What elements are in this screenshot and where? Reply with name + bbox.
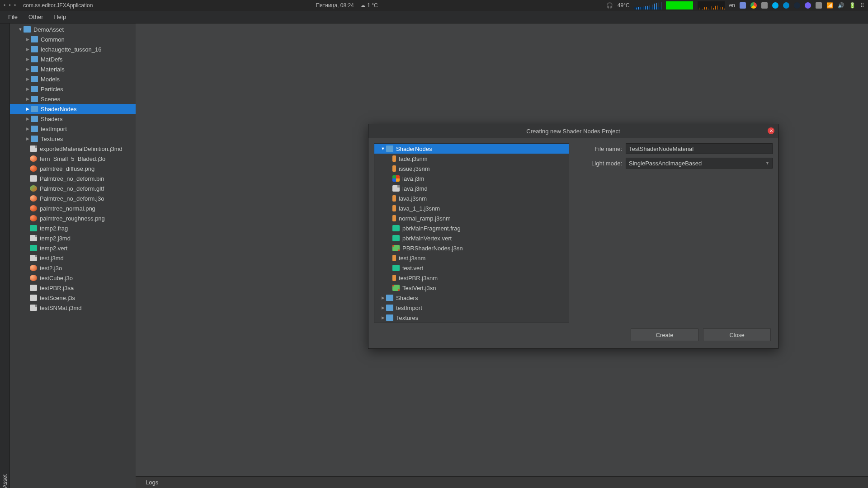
dlg-tree-root[interactable]: ▼ ShaderNodes	[374, 144, 569, 154]
dialog-titlebar[interactable]: Creating new Shader Nodes Project ✕	[368, 124, 778, 138]
tree-file[interactable]: palmtree_normal.png	[10, 203, 136, 213]
chevron-right-icon[interactable]: ▶	[25, 127, 30, 131]
dlg-tree-folder[interactable]: ▶Shaders	[374, 293, 569, 303]
cpu-graph-icon[interactable]	[634, 1, 661, 9]
viber-tray-icon[interactable]	[805, 2, 811, 9]
skype-tray-icon[interactable]	[772, 2, 778, 9]
tree-file[interactable]: Palmtree_no_deform.gltf	[10, 183, 136, 193]
close-button[interactable]: Close	[703, 328, 771, 341]
dlg-tree-file[interactable]: testPBR.j3snm	[374, 273, 569, 283]
tree-file[interactable]: temp2.vert	[10, 243, 136, 253]
volume-icon[interactable]: 🔊	[838, 2, 844, 9]
discord-tray-icon[interactable]	[740, 2, 746, 9]
tree-folder[interactable]: ▶Shaders	[10, 114, 136, 124]
tree-label: palmtree_normal.png	[40, 205, 95, 212]
temp-graph-icon[interactable]	[698, 1, 725, 9]
apps-grid-icon[interactable]: ⠿	[860, 2, 864, 9]
chevron-down-icon[interactable]: ▼	[18, 27, 23, 32]
dialog-close-button[interactable]: ✕	[768, 127, 774, 134]
dlg-tree-file[interactable]: test.vert	[374, 263, 569, 273]
headphones-icon[interactable]: 🎧	[606, 2, 613, 9]
dlg-tree-file[interactable]: lava.j3md	[374, 183, 569, 193]
folder-icon	[31, 126, 38, 132]
chevron-right-icon[interactable]: ▶	[381, 315, 385, 320]
tree-folder[interactable]: ▶Models	[10, 74, 136, 84]
tree-folder-shadernodes[interactable]: ▶ ShaderNodes	[10, 104, 136, 114]
steam-tray-icon[interactable]	[794, 2, 800, 9]
dlg-tree-file[interactable]: normal_ramp.j3snm	[374, 213, 569, 223]
tree-folder[interactable]: ▶MatDefs	[10, 54, 136, 64]
tree-folder[interactable]: ▶testImport	[10, 124, 136, 134]
chevron-right-icon[interactable]: ▶	[25, 37, 30, 42]
create-button[interactable]: Create	[631, 328, 698, 341]
chevron-right-icon[interactable]: ▶	[25, 47, 30, 52]
weather[interactable]: ☁ 1 °C	[360, 2, 378, 9]
dlg-tree-file[interactable]: lava.j3m	[374, 174, 569, 183]
tree-file[interactable]: testScene.j3s	[10, 293, 136, 303]
filename-input[interactable]	[626, 143, 773, 154]
tree-folder[interactable]: ▶Textures	[10, 134, 136, 144]
chevron-right-icon[interactable]: ▶	[381, 305, 385, 310]
logs-panel-tab[interactable]: Logs	[136, 476, 868, 488]
dlg-tree-file[interactable]: test.j3snm	[374, 253, 569, 263]
chrome-tray-icon[interactable]	[750, 2, 757, 9]
tree-file[interactable]: temp2.frag	[10, 223, 136, 233]
dlg-tree-file[interactable]: lava_1_1.j3snm	[374, 203, 569, 213]
tree-file[interactable]: Palmtree_no_deform.j3o	[10, 193, 136, 203]
chevron-right-icon[interactable]: ▶	[25, 97, 30, 101]
tree-file[interactable]: exportedMaterialDefinition.j3md	[10, 144, 136, 154]
tree-folder[interactable]: ▶Common	[10, 34, 136, 44]
tree-folder[interactable]: ▶Materials	[10, 64, 136, 74]
tree-file[interactable]: testCube.j3o	[10, 273, 136, 283]
dlg-tree-file[interactable]: pbrMainFragment.frag	[374, 223, 569, 233]
dlg-tree-file[interactable]: lava.j3snm	[374, 193, 569, 203]
dlg-tree-file[interactable]: fade.j3snm	[374, 154, 569, 164]
tree-file[interactable]: testSNMat.j3md	[10, 303, 136, 313]
menu-file[interactable]: File	[3, 12, 23, 22]
dlg-tree-file[interactable]: TestVert.j3sn	[374, 283, 569, 293]
chevron-right-icon[interactable]: ▶	[25, 107, 30, 111]
menu-other[interactable]: Other	[23, 12, 49, 22]
tree-file[interactable]: testPBR.j3sa	[10, 283, 136, 293]
tree-file[interactable]: Palmtree_no_deform.bin	[10, 174, 136, 183]
chevron-right-icon[interactable]: ▶	[25, 77, 30, 81]
chevron-right-icon[interactable]: ▶	[381, 296, 385, 300]
tree-file[interactable]: test.j3md	[10, 253, 136, 263]
tree-folder[interactable]: ▶lechaugette_tusson_16	[10, 44, 136, 54]
clock[interactable]: Пятница, 08:24	[316, 2, 354, 9]
chevron-right-icon[interactable]: ▶	[25, 57, 30, 61]
battery-icon[interactable]: 🔋	[849, 2, 856, 9]
chevron-right-icon[interactable]: ▶	[25, 87, 30, 91]
menu-help[interactable]: Help	[48, 12, 71, 22]
chevron-right-icon[interactable]: ▶	[25, 67, 30, 71]
dlg-tree-folder[interactable]: ▶testImport	[374, 303, 569, 313]
tree-folder[interactable]: ▶Particles	[10, 84, 136, 94]
settings-tray-icon[interactable]	[761, 2, 768, 9]
tree-file[interactable]: fern_Small_5_Bladed.j3o	[10, 154, 136, 164]
lightmode-select[interactable]: SinglePassAndImageBased ▼	[626, 158, 773, 169]
dlg-tree-file[interactable]: issue.j3snm	[374, 164, 569, 174]
keyboard-lang[interactable]: en	[729, 2, 735, 9]
chevron-right-icon[interactable]: ▶	[25, 136, 30, 141]
dlg-tree-file[interactable]: pbrMainVertex.vert	[374, 233, 569, 243]
chevron-right-icon[interactable]: ▶	[25, 117, 30, 121]
net-graph-icon[interactable]	[666, 1, 693, 9]
tree-file[interactable]: palmtree_diffuse.png	[10, 164, 136, 174]
tree-folder[interactable]: ▶Scenes	[10, 94, 136, 104]
phone-tray-icon[interactable]	[816, 2, 822, 9]
chevron-down-icon[interactable]: ▼	[381, 146, 385, 151]
wifi-icon[interactable]: 📶	[826, 2, 833, 9]
tree-file[interactable]: palmtree_roughness.png	[10, 213, 136, 223]
cpu-temp[interactable]: 49°C	[618, 2, 630, 9]
tree-file[interactable]: test2.j3o	[10, 263, 136, 273]
app-menu-icon[interactable]: • • •	[4, 2, 17, 9]
file-icon	[30, 205, 37, 211]
telegram-tray-icon[interactable]	[783, 2, 789, 9]
dlg-tree-folder[interactable]: ▶Textures	[374, 313, 569, 323]
asset-panel-tab[interactable]: Asset	[0, 23, 10, 488]
tree-root[interactable]: ▼ DemoAsset	[10, 24, 136, 34]
dlg-tree-file[interactable]: PBRShaderNodes.j3sn	[374, 243, 569, 253]
asset-tree[interactable]: ▼ DemoAsset ▶Common▶lechaugette_tusson_1…	[10, 23, 136, 488]
dialog-folder-tree[interactable]: ▼ ShaderNodes fade.j3snmissue.j3snmlava.…	[374, 143, 569, 323]
tree-file[interactable]: temp2.j3md	[10, 233, 136, 243]
